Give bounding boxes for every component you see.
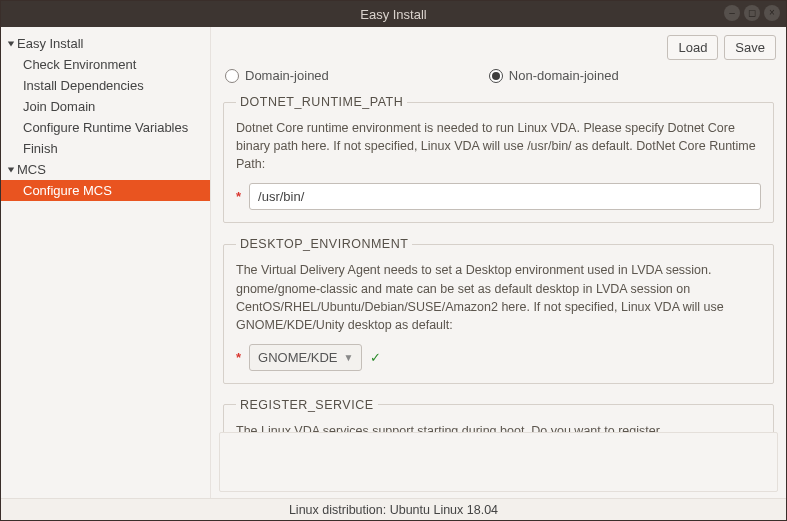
settings-scroll-area[interactable]: DOTNET_RUNTIME_PATH Dotnet Core runtime … bbox=[211, 93, 786, 432]
checkmark-icon: ✓ bbox=[370, 350, 381, 365]
svg-marker-1 bbox=[8, 167, 14, 172]
radio-label: Non-domain-joined bbox=[509, 68, 619, 83]
field-row: * bbox=[236, 183, 761, 210]
group-desktop-environment: DESKTOP_ENVIRONMENT The Virtual Delivery… bbox=[223, 237, 774, 384]
status-text: Linux distribution: Ubuntu Linux 18.04 bbox=[289, 503, 498, 517]
sidebar-item-finish[interactable]: Finish bbox=[1, 138, 210, 159]
sidebar-item-label: Finish bbox=[23, 141, 58, 156]
bottom-panel bbox=[219, 432, 778, 492]
group-dotnet-runtime-path: DOTNET_RUNTIME_PATH Dotnet Core runtime … bbox=[223, 95, 774, 223]
caret-down-icon bbox=[7, 166, 17, 174]
maximize-icon[interactable]: ◻ bbox=[744, 5, 760, 21]
minimize-icon[interactable]: – bbox=[724, 5, 740, 21]
sidebar-group-label: Easy Install bbox=[17, 36, 83, 51]
sidebar: Easy Install Check Environment Install D… bbox=[1, 27, 210, 498]
group-legend: DOTNET_RUNTIME_PATH bbox=[236, 95, 407, 109]
radio-non-domain-joined[interactable]: Non-domain-joined bbox=[489, 68, 619, 83]
sidebar-item-label: Configure MCS bbox=[23, 183, 112, 198]
dotnet-path-input[interactable] bbox=[249, 183, 761, 210]
sidebar-item-check-environment[interactable]: Check Environment bbox=[1, 54, 210, 75]
sidebar-group-mcs[interactable]: MCS bbox=[1, 159, 210, 180]
titlebar: Easy Install – ◻ × bbox=[1, 1, 786, 27]
sidebar-group-easy-install[interactable]: Easy Install bbox=[1, 33, 210, 54]
status-bar: Linux distribution: Ubuntu Linux 18.04 bbox=[1, 498, 786, 520]
sidebar-item-label: Install Dependencies bbox=[23, 78, 144, 93]
sidebar-item-label: Configure Runtime Variables bbox=[23, 120, 188, 135]
main-area: Easy Install Check Environment Install D… bbox=[1, 27, 786, 498]
radio-label: Domain-joined bbox=[245, 68, 329, 83]
caret-down-icon bbox=[7, 40, 17, 48]
radio-domain-joined[interactable]: Domain-joined bbox=[225, 68, 329, 83]
group-legend: DESKTOP_ENVIRONMENT bbox=[236, 237, 412, 251]
sidebar-item-join-domain[interactable]: Join Domain bbox=[1, 96, 210, 117]
field-row: * GNOME/KDE ▼ ✓ bbox=[236, 344, 761, 371]
group-description: Dotnet Core runtime environment is neede… bbox=[236, 119, 761, 173]
domain-mode-radio-group: Domain-joined Non-domain-joined bbox=[211, 64, 786, 93]
required-marker: * bbox=[236, 189, 241, 204]
group-description: The Linux VDA services support starting … bbox=[236, 422, 761, 432]
dropdown-value: GNOME/KDE bbox=[258, 350, 337, 365]
sidebar-item-label: Check Environment bbox=[23, 57, 136, 72]
sidebar-item-configure-mcs[interactable]: Configure MCS bbox=[1, 180, 210, 201]
group-description: The Virtual Delivery Agent needs to set … bbox=[236, 261, 761, 334]
sidebar-item-configure-runtime-variables[interactable]: Configure Runtime Variables bbox=[1, 117, 210, 138]
chevron-down-icon: ▼ bbox=[344, 352, 354, 363]
radio-checked-icon bbox=[489, 69, 503, 83]
group-legend: REGISTER_SERVICE bbox=[236, 398, 378, 412]
sidebar-item-label: Join Domain bbox=[23, 99, 95, 114]
sidebar-item-install-dependencies[interactable]: Install Dependencies bbox=[1, 75, 210, 96]
save-button[interactable]: Save bbox=[724, 35, 776, 60]
required-marker: * bbox=[236, 350, 241, 365]
window-controls: – ◻ × bbox=[724, 5, 780, 21]
load-button[interactable]: Load bbox=[667, 35, 718, 60]
group-register-service: REGISTER_SERVICE The Linux VDA services … bbox=[223, 398, 774, 432]
desktop-environment-dropdown[interactable]: GNOME/KDE ▼ bbox=[249, 344, 362, 371]
window-title: Easy Install bbox=[360, 7, 426, 22]
content-pane: Load Save Domain-joined Non-domain-joine… bbox=[210, 27, 786, 498]
radio-unchecked-icon bbox=[225, 69, 239, 83]
svg-marker-0 bbox=[8, 41, 14, 46]
close-icon[interactable]: × bbox=[764, 5, 780, 21]
toolbar: Load Save bbox=[211, 27, 786, 64]
sidebar-group-label: MCS bbox=[17, 162, 46, 177]
